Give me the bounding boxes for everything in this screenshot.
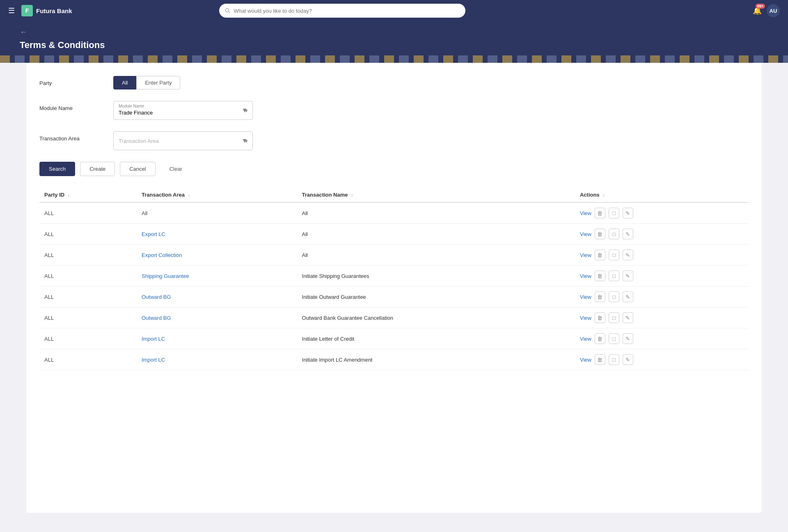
cell-actions: View 🗑 □ ✎ bbox=[575, 245, 749, 266]
delete-icon[interactable]: 🗑 bbox=[595, 271, 605, 281]
col-transaction-name[interactable]: Transaction Name ↕ bbox=[297, 188, 575, 202]
view-link[interactable]: View bbox=[580, 315, 591, 321]
cell-actions: View 🗑 □ ✎ bbox=[575, 266, 749, 287]
transaction-area-control: Transaction Area ▼ bbox=[113, 131, 253, 150]
cell-actions: View 🗑 □ ✎ bbox=[575, 349, 749, 370]
transaction-area-select[interactable]: Transaction Area bbox=[113, 131, 253, 150]
search-icon bbox=[225, 8, 230, 14]
table-body: ALLAllAll View 🗑 □ ✎ ALLExport LCAll Vie… bbox=[39, 202, 749, 370]
col-actions: Actions ↕ bbox=[575, 188, 749, 202]
action-cell: View 🗑 □ ✎ bbox=[580, 250, 744, 260]
cell-transaction-name: All bbox=[297, 202, 575, 224]
copy-icon[interactable]: □ bbox=[609, 250, 619, 260]
party-toggle-group: All Enter Party bbox=[113, 76, 253, 89]
cell-transaction-area: Import LC bbox=[137, 328, 297, 349]
edit-icon[interactable]: ✎ bbox=[623, 354, 633, 365]
cancel-button[interactable]: Cancel bbox=[120, 162, 155, 176]
module-name-select-wrapper: Module Name Trade Finance ▼ bbox=[113, 101, 253, 120]
nav-right: 🔔 99+ AU bbox=[753, 4, 780, 17]
table-row: ALLOutward BGOutward Bank Guarantee Canc… bbox=[39, 307, 749, 328]
user-avatar[interactable]: AU bbox=[767, 4, 780, 17]
party-row: Party All Enter Party bbox=[39, 76, 749, 89]
delete-icon[interactable]: 🗑 bbox=[595, 229, 605, 239]
header-decoration bbox=[0, 55, 788, 63]
global-search-bar[interactable] bbox=[219, 4, 465, 18]
module-name-select[interactable]: Module Name Trade Finance bbox=[113, 101, 253, 120]
cell-party-id: ALL bbox=[39, 202, 137, 224]
notification-badge: 99+ bbox=[756, 4, 765, 9]
col-party-id[interactable]: Party ID ↕ bbox=[39, 188, 137, 202]
cell-party-id: ALL bbox=[39, 266, 137, 287]
clear-button[interactable]: Clear bbox=[160, 162, 191, 176]
cell-transaction-name: Initiate Shipping Guarantees bbox=[297, 266, 575, 287]
cell-transaction-area: Export Collection bbox=[137, 245, 297, 266]
edit-icon[interactable]: ✎ bbox=[623, 291, 633, 302]
edit-icon[interactable]: ✎ bbox=[623, 208, 633, 218]
hamburger-menu[interactable]: ☰ bbox=[8, 6, 15, 15]
table-row: ALLExport CollectionAll View 🗑 □ ✎ bbox=[39, 245, 749, 266]
copy-icon[interactable]: □ bbox=[609, 333, 619, 344]
app-name: Futura Bank bbox=[36, 7, 72, 14]
copy-icon[interactable]: □ bbox=[609, 208, 619, 218]
transaction-area-select-wrapper: Transaction Area ▼ bbox=[113, 131, 253, 150]
view-link[interactable]: View bbox=[580, 252, 591, 258]
col-transaction-area[interactable]: Transaction Area ↕ bbox=[137, 188, 297, 202]
cell-party-id: ALL bbox=[39, 287, 137, 307]
cell-actions: View 🗑 □ ✎ bbox=[575, 328, 749, 349]
sort-actions-icon: ↕ bbox=[602, 193, 605, 197]
view-link[interactable]: View bbox=[580, 336, 591, 342]
table-row: ALLImport LCInitiate Letter of Credit Vi… bbox=[39, 328, 749, 349]
cell-party-id: ALL bbox=[39, 328, 137, 349]
party-enter-button[interactable]: Enter Party bbox=[136, 76, 180, 89]
view-link[interactable]: View bbox=[580, 294, 591, 300]
create-button[interactable]: Create bbox=[80, 162, 115, 176]
transaction-area-label: Transaction Area bbox=[39, 131, 113, 142]
table-header: Party ID ↕ Transaction Area ↕ Transactio… bbox=[39, 188, 749, 202]
view-link[interactable]: View bbox=[580, 357, 591, 363]
cell-actions: View 🗑 □ ✎ bbox=[575, 224, 749, 245]
delete-icon[interactable]: 🗑 bbox=[595, 312, 605, 323]
top-navigation: ☰ F Futura Bank 🔔 99+ AU bbox=[0, 0, 788, 21]
action-cell: View 🗑 □ ✎ bbox=[580, 271, 744, 281]
search-input[interactable] bbox=[234, 8, 460, 14]
copy-icon[interactable]: □ bbox=[609, 271, 619, 281]
cell-transaction-name: Initiate Import LC Amendment bbox=[297, 349, 575, 370]
page-header: ← Terms & Conditions bbox=[0, 21, 788, 63]
delete-icon[interactable]: 🗑 bbox=[595, 291, 605, 302]
notification-bell-wrapper[interactable]: 🔔 99+ bbox=[753, 6, 762, 15]
module-name-control: Module Name Trade Finance ▼ bbox=[113, 101, 253, 120]
cell-transaction-area: Shipping Guarantee bbox=[137, 266, 297, 287]
view-link[interactable]: View bbox=[580, 231, 591, 237]
edit-icon[interactable]: ✎ bbox=[623, 250, 633, 260]
cell-party-id: ALL bbox=[39, 224, 137, 245]
delete-icon[interactable]: 🗑 bbox=[595, 250, 605, 260]
edit-icon[interactable]: ✎ bbox=[623, 271, 633, 281]
action-cell: View 🗑 □ ✎ bbox=[580, 208, 744, 218]
cell-actions: View 🗑 □ ✎ bbox=[575, 202, 749, 224]
action-cell: View 🗑 □ ✎ bbox=[580, 229, 744, 239]
search-button[interactable]: Search bbox=[39, 162, 75, 176]
app-logo: F Futura Bank bbox=[21, 5, 72, 16]
copy-icon[interactable]: □ bbox=[609, 291, 619, 302]
delete-icon[interactable]: 🗑 bbox=[595, 333, 605, 344]
cell-party-id: ALL bbox=[39, 245, 137, 266]
delete-icon[interactable]: 🗑 bbox=[595, 354, 605, 365]
edit-icon[interactable]: ✎ bbox=[623, 312, 633, 323]
cell-party-id: ALL bbox=[39, 307, 137, 328]
action-cell: View 🗑 □ ✎ bbox=[580, 333, 744, 344]
copy-icon[interactable]: □ bbox=[609, 229, 619, 239]
view-link[interactable]: View bbox=[580, 210, 591, 216]
cell-transaction-name: All bbox=[297, 245, 575, 266]
table-row: ALLAllAll View 🗑 □ ✎ bbox=[39, 202, 749, 224]
copy-icon[interactable]: □ bbox=[609, 354, 619, 365]
party-all-button[interactable]: All bbox=[113, 76, 136, 89]
back-button[interactable]: ← bbox=[20, 28, 768, 37]
view-link[interactable]: View bbox=[580, 273, 591, 279]
edit-icon[interactable]: ✎ bbox=[623, 333, 633, 344]
edit-icon[interactable]: ✎ bbox=[623, 229, 633, 239]
page-title: Terms & Conditions bbox=[20, 40, 768, 50]
cell-transaction-area: Export LC bbox=[137, 224, 297, 245]
copy-icon[interactable]: □ bbox=[609, 312, 619, 323]
delete-icon[interactable]: 🗑 bbox=[595, 208, 605, 218]
sort-party-id-icon: ↕ bbox=[68, 193, 70, 197]
